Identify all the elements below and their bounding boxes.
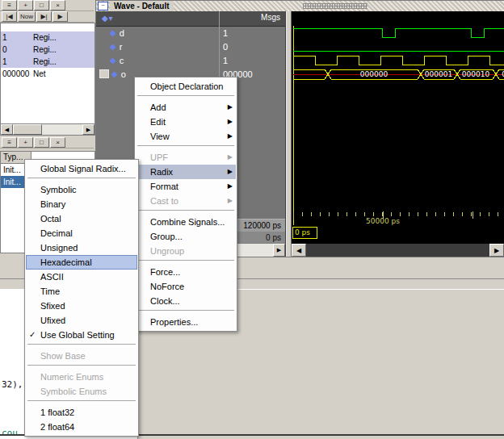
processes-panel-toolbar: ≡+□× <box>0 137 94 148</box>
title-grip-handle[interactable] <box>303 3 368 9</box>
signal-name: c <box>120 56 124 65</box>
objects-row[interactable]: 1 Regi... <box>1 31 94 44</box>
waveform-canvas[interactable]: 000000 000001 000010 0 50000 ps 0 ps <box>292 11 504 241</box>
radix-menu-item[interactable]: Numeric Enums <box>26 370 137 384</box>
toolbar-button[interactable]: + <box>18 137 33 148</box>
radix-menu-item[interactable]: Ufixed <box>26 313 137 328</box>
radix-menu-item[interactable] <box>27 178 136 181</box>
context-menu-item[interactable] <box>137 210 234 213</box>
context-menu-item[interactable]: Properties... <box>136 315 236 329</box>
context-menu-item[interactable]: Ungroup <box>136 244 236 258</box>
radix-menu-item[interactable]: Octal <box>26 211 137 226</box>
scroll-right-icon[interactable] <box>489 244 504 257</box>
toolbar-button[interactable]: × <box>50 0 65 10</box>
expand-toggle-icon[interactable] <box>99 43 107 50</box>
menu-item-label: Combine Signals... <box>150 217 225 227</box>
wave-title-bar[interactable]: Wave - Default <box>96 1 504 11</box>
context-menu-item[interactable] <box>137 310 234 313</box>
wave-signal-row[interactable]: d 1 <box>96 26 285 40</box>
context-menu-item[interactable]: Group... <box>136 229 236 244</box>
objects-row[interactable]: 1 Regi... <box>1 56 94 68</box>
radix-menu-item[interactable]: Time <box>26 284 137 299</box>
expand-toggle-icon[interactable] <box>99 69 109 78</box>
radix-menu-item[interactable]: 2 float64 <box>26 420 137 434</box>
radix-menu-item[interactable]: Symbolic Enums <box>26 384 137 399</box>
scroll-left-icon[interactable] <box>292 244 306 257</box>
object-kind: Net <box>33 69 94 78</box>
waveform-pane: 000000 000001 000010 0 50000 ps 0 ps <box>292 11 504 257</box>
cursor-time-value: 0 ps <box>266 233 281 242</box>
menu-item-label: Numeric Enums <box>40 372 103 382</box>
toolbar-button[interactable]: |◀ <box>2 11 17 22</box>
scroll-right-icon[interactable] <box>273 244 285 257</box>
menu-item-label: Unsigned <box>40 243 78 253</box>
scroll-track[interactable] <box>42 124 82 135</box>
waveform-hscrollbar[interactable] <box>292 244 504 257</box>
context-menu-item[interactable]: View <box>136 129 236 144</box>
toolbar-button[interactable]: ≡ <box>2 0 17 10</box>
radix-menu-item[interactable]: Show Base <box>26 349 137 363</box>
toolbar-button[interactable]: × <box>50 137 65 148</box>
wave-signal-row[interactable]: r 0 <box>96 40 285 53</box>
context-menu-item[interactable]: Cast to <box>136 194 236 208</box>
radix-menu-item[interactable]: Hexadecimal <box>26 255 137 270</box>
expand-toggle-icon[interactable] <box>99 29 107 36</box>
context-menu-item[interactable] <box>137 145 234 148</box>
context-menu-item[interactable]: Format <box>136 179 236 194</box>
radix-menu-item[interactable]: Unsigned <box>26 240 137 255</box>
context-menu-item[interactable]: Combine Signals... <box>136 215 236 229</box>
radix-menu-item[interactable] <box>27 344 136 347</box>
menu-item-label: NoForce <box>150 282 184 291</box>
wave-cursor-toolbar: |◀Now▶|▶ <box>0 11 94 23</box>
radix-menu-item[interactable]: Global Signal Radix... <box>26 161 137 176</box>
process-label: Init... <box>3 165 21 174</box>
objects-row[interactable]: 0 Regi... <box>1 44 94 56</box>
context-menu-item[interactable]: Add <box>136 100 236 115</box>
menu-item-label: Global Signal Radix... <box>40 164 126 174</box>
menu-item-label: Edit <box>150 117 166 127</box>
context-menu-item[interactable] <box>137 260 234 263</box>
context-menu-item[interactable]: NoForce <box>136 279 236 294</box>
radix-menu-item[interactable]: Sfixed <box>26 299 137 313</box>
scroll-thumb[interactable] <box>13 124 42 135</box>
objects-hscrollbar[interactable] <box>1 123 94 135</box>
menu-item-label: 1 float32 <box>40 408 74 417</box>
context-menu-item[interactable]: Edit <box>136 115 236 129</box>
msgs-column-header[interactable]: Msgs <box>261 13 280 22</box>
toolbar-button[interactable]: □ <box>34 0 49 10</box>
context-menu-item[interactable] <box>137 95 234 98</box>
context-menu-item[interactable]: UPF <box>136 150 236 165</box>
objects-row[interactable]: 000000 Net <box>1 68 94 80</box>
wave-signal-row[interactable]: c 1 <box>96 53 285 67</box>
radix-menu-item[interactable]: ASCII <box>26 270 137 284</box>
toolbar-button[interactable]: ▶| <box>36 11 52 22</box>
wave-names-header[interactable]: Msgs <box>96 11 285 27</box>
scroll-right-icon[interactable] <box>82 124 94 135</box>
radix-menu-item[interactable]: Symbolic <box>26 182 137 197</box>
signal-list: d 1 r 0 c 1 <box>96 26 285 81</box>
radix-menu-item[interactable]: Decimal <box>26 226 137 240</box>
source-code-line: cou <box>2 428 18 438</box>
radix-menu-item[interactable]: Use Global Setting <box>26 328 137 342</box>
toolbar-button[interactable]: ≡ <box>2 137 17 148</box>
toolbar-button[interactable]: □ <box>34 137 49 148</box>
radix-menu-item[interactable]: 1 float32 <box>26 405 137 420</box>
toolbar-button[interactable]: + <box>18 0 33 10</box>
pane-splitter[interactable] <box>286 11 292 257</box>
toolbar-button[interactable]: ▶ <box>52 11 68 22</box>
selected-signal-dropdown-icon[interactable] <box>102 14 112 23</box>
context-menu-item[interactable]: Object Declaration <box>136 79 236 94</box>
object-kind: Regi... <box>33 57 94 66</box>
radix-menu-item[interactable]: Binary <box>26 197 137 211</box>
menu-item-label: Ungroup <box>150 246 184 256</box>
radix-menu-item[interactable] <box>27 400 136 403</box>
expand-toggle-icon[interactable] <box>99 56 107 64</box>
scroll-left-icon[interactable] <box>1 124 13 135</box>
radix-menu-item[interactable] <box>27 365 136 368</box>
submenu-arrow-icon <box>228 179 233 194</box>
signal-diamond-icon <box>110 42 116 51</box>
context-menu-item[interactable]: Radix <box>136 165 236 179</box>
toolbar-button[interactable]: Now <box>18 11 36 22</box>
context-menu-item[interactable]: Force... <box>136 265 236 279</box>
context-menu-item[interactable]: Clock... <box>136 294 236 308</box>
